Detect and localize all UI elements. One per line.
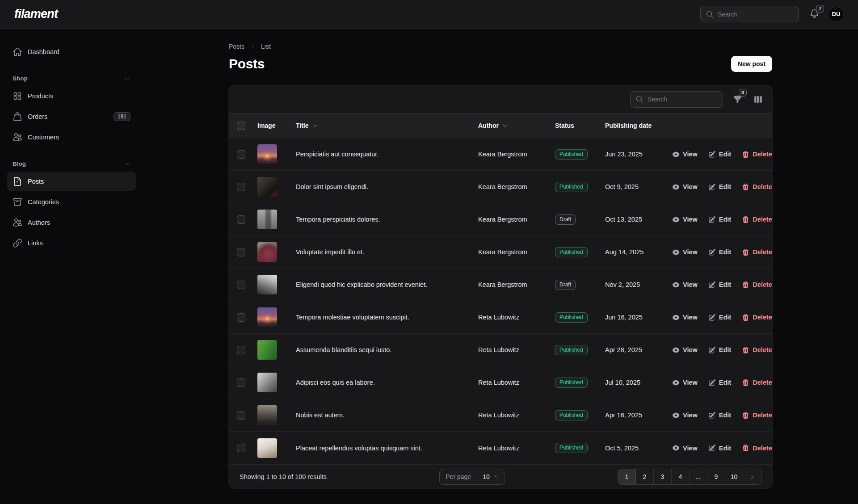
breadcrumb-posts[interactable]: Posts bbox=[229, 43, 244, 50]
edit-action-button[interactable]: Edit bbox=[708, 216, 731, 223]
avatar[interactable]: DU bbox=[829, 7, 844, 22]
delete-action-button[interactable]: Delete bbox=[742, 444, 772, 452]
delete-action-button[interactable]: Delete bbox=[742, 216, 772, 223]
view-action-button[interactable]: View bbox=[672, 183, 698, 191]
action-label: View bbox=[683, 412, 698, 419]
view-action-button[interactable]: View bbox=[672, 346, 698, 354]
pagination-page-10[interactable]: 10 bbox=[725, 469, 743, 484]
per-page-select[interactable]: Per page 10 bbox=[439, 469, 505, 485]
view-action-button[interactable]: View bbox=[672, 412, 698, 419]
table-search[interactable] bbox=[630, 91, 723, 108]
sidebar-item-authors[interactable]: Authors bbox=[7, 213, 136, 232]
table-row[interactable]: Perspiciatis aut consequatur.Keara Bergs… bbox=[229, 138, 772, 171]
post-author: Reta Lubowitz bbox=[478, 445, 555, 452]
pagination-page-2[interactable]: 2 bbox=[636, 469, 654, 484]
edit-action-button[interactable]: Edit bbox=[708, 151, 731, 158]
filter-button[interactable]: 0 bbox=[731, 93, 744, 105]
row-checkbox[interactable] bbox=[237, 150, 245, 159]
posts-table-card: 0 ImageTitleAuthorStatusPublishing date … bbox=[229, 85, 772, 488]
sidebar-item-orders[interactable]: Orders191 bbox=[7, 107, 136, 126]
brand-logo[interactable]: filament bbox=[14, 7, 58, 21]
delete-action-button[interactable]: Delete bbox=[742, 346, 772, 354]
table-row[interactable]: Placeat repellendus voluptas quisquam si… bbox=[229, 432, 772, 464]
pagination-page-9[interactable]: 9 bbox=[707, 469, 725, 484]
table-row[interactable]: Assumenda blanditiis sequi iusto.Reta Lu… bbox=[229, 334, 772, 366]
row-checkbox[interactable] bbox=[237, 183, 245, 191]
delete-action-button[interactable]: Delete bbox=[742, 281, 772, 289]
column-header-author[interactable]: Author bbox=[478, 122, 555, 129]
sidebar-group-shop[interactable]: Shop bbox=[7, 75, 136, 82]
chevron-right-icon bbox=[250, 44, 256, 50]
sidebar-item-posts[interactable]: Posts bbox=[7, 172, 136, 191]
row-checkbox[interactable] bbox=[237, 444, 245, 452]
edit-action-button[interactable]: Edit bbox=[708, 248, 731, 256]
pagination-next-button[interactable] bbox=[743, 469, 761, 484]
delete-action-button[interactable]: Delete bbox=[742, 151, 772, 158]
edit-action-button[interactable]: Edit bbox=[708, 314, 731, 321]
select-all-checkbox[interactable] bbox=[237, 122, 245, 130]
row-checkbox[interactable] bbox=[237, 215, 245, 224]
view-action-button[interactable]: View bbox=[672, 314, 698, 321]
action-label: View bbox=[683, 281, 698, 288]
view-action-button[interactable]: View bbox=[672, 281, 698, 289]
new-post-button[interactable]: New post bbox=[731, 56, 772, 72]
sidebar-item-categories[interactable]: Categories bbox=[7, 192, 136, 212]
table-row[interactable]: Eligendi quod hic explicabo provident ev… bbox=[229, 269, 772, 301]
view-action-button[interactable]: View bbox=[672, 216, 698, 223]
table-row[interactable]: Dolor sint ipsum eligendi.Keara Bergstro… bbox=[229, 171, 772, 203]
toggle-columns-button[interactable] bbox=[752, 93, 764, 105]
sidebar-item-dashboard[interactable]: Dashboard bbox=[7, 42, 136, 62]
global-search[interactable] bbox=[700, 6, 799, 22]
notifications-button[interactable]: 7 bbox=[809, 8, 820, 20]
table-row[interactable]: Nobis est autem.Reta LubowitzPublishedAp… bbox=[229, 399, 772, 432]
column-header-status: Status bbox=[555, 122, 605, 129]
edit-action-button[interactable]: Edit bbox=[708, 379, 731, 386]
edit-action-button[interactable]: Edit bbox=[708, 346, 731, 354]
row-checkbox[interactable] bbox=[237, 378, 245, 387]
pagination-page-1[interactable]: 1 bbox=[618, 469, 636, 484]
edit-action-button[interactable]: Edit bbox=[708, 444, 731, 452]
sidebar-group-blog[interactable]: Blog bbox=[7, 160, 136, 167]
delete-action-button[interactable]: Delete bbox=[742, 314, 772, 321]
row-checkbox[interactable] bbox=[237, 248, 245, 256]
post-author: Reta Lubowitz bbox=[478, 412, 555, 419]
table-row[interactable]: Voluptate impedit illo et.Keara Bergstro… bbox=[229, 236, 772, 269]
delete-action-button[interactable]: Delete bbox=[742, 183, 772, 191]
edit-action-button[interactable]: Edit bbox=[708, 183, 731, 191]
post-title: Tempora perspiciatis dolores. bbox=[296, 216, 478, 223]
publishing-date: Jun 16, 2025 bbox=[605, 314, 672, 321]
edit-action-button[interactable]: Edit bbox=[708, 412, 731, 419]
pagination-page-4[interactable]: 4 bbox=[672, 469, 690, 484]
table-row[interactable]: Tempora molestiae voluptatem suscipit.Re… bbox=[229, 301, 772, 334]
table-row[interactable]: Tempora perspiciatis dolores.Keara Bergs… bbox=[229, 203, 772, 236]
row-actions: ViewEditDelete bbox=[672, 379, 767, 386]
row-checkbox[interactable] bbox=[237, 346, 245, 354]
action-label: Delete bbox=[753, 314, 772, 321]
sidebar-item-links[interactable]: Links bbox=[7, 233, 136, 253]
sidebar-item-label: Categories bbox=[28, 198, 59, 206]
table-search-input[interactable] bbox=[648, 96, 718, 103]
row-checkbox[interactable] bbox=[237, 313, 245, 322]
sidebar-item-products[interactable]: Products bbox=[7, 86, 136, 106]
delete-action-button[interactable]: Delete bbox=[742, 412, 772, 419]
pagination-page-3[interactable]: 3 bbox=[654, 469, 672, 484]
pencil-square-icon bbox=[708, 444, 716, 452]
trash-icon bbox=[742, 248, 749, 256]
action-label: View bbox=[683, 379, 698, 386]
row-checkbox[interactable] bbox=[237, 281, 245, 289]
post-author: Reta Lubowitz bbox=[478, 346, 555, 353]
view-action-button[interactable]: View bbox=[672, 444, 698, 452]
delete-action-button[interactable]: Delete bbox=[742, 248, 772, 256]
column-header-title[interactable]: Title bbox=[296, 122, 478, 129]
view-action-button[interactable]: View bbox=[672, 379, 698, 386]
edit-action-button[interactable]: Edit bbox=[708, 281, 731, 289]
table-row[interactable]: Adipisci eos quis ea labore.Reta Lubowit… bbox=[229, 366, 772, 399]
delete-action-button[interactable]: Delete bbox=[742, 379, 772, 386]
view-action-button[interactable]: View bbox=[672, 248, 698, 256]
publishing-date: Apr 28, 2025 bbox=[605, 346, 672, 353]
row-checkbox[interactable] bbox=[237, 411, 245, 420]
action-label: Delete bbox=[753, 445, 772, 452]
global-search-input[interactable] bbox=[718, 11, 793, 18]
view-action-button[interactable]: View bbox=[672, 151, 698, 158]
sidebar-item-customers[interactable]: Customers bbox=[7, 127, 136, 147]
